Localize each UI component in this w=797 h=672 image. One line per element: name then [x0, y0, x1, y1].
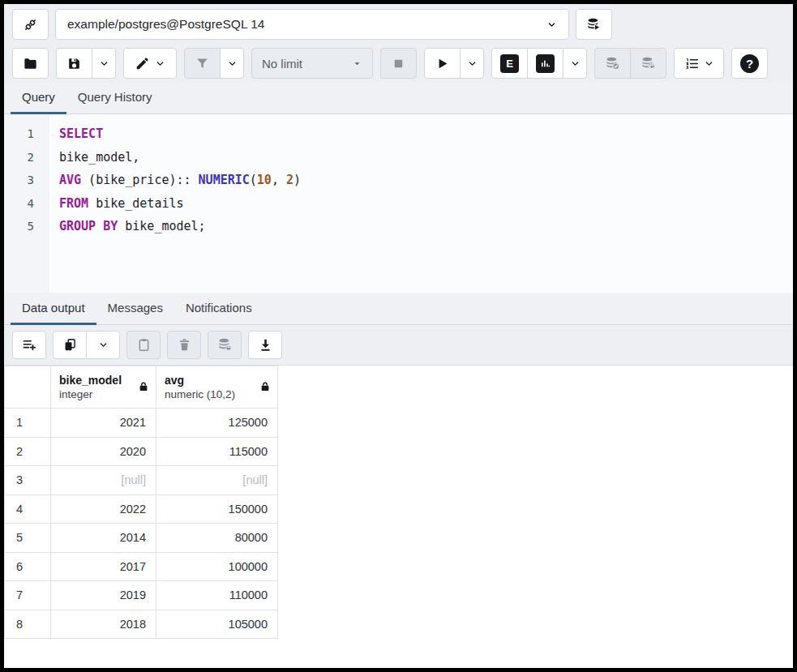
row-number-cell[interactable]: 6	[5, 552, 51, 581]
bike-model-cell[interactable]: [null]	[51, 466, 156, 495]
explain-analyze-button[interactable]	[527, 48, 563, 79]
edit-pencil-icon	[135, 56, 150, 71]
sql-token: )	[294, 173, 301, 187]
execute-options-button[interactable]	[460, 48, 484, 79]
column-type: integer	[59, 387, 122, 402]
line-number: 1	[4, 122, 49, 146]
open-file-button[interactable]	[12, 48, 49, 79]
corner-header-cell[interactable]	[5, 366, 51, 409]
avg-cell[interactable]: 125000	[156, 409, 278, 438]
tab-data-output[interactable]: Data output	[11, 293, 96, 325]
avg-cell[interactable]: 110000	[156, 581, 278, 610]
delete-row-button[interactable]	[167, 331, 201, 359]
bike-model-cell[interactable]: 2020	[51, 437, 156, 466]
help-button[interactable]: ?	[731, 48, 768, 79]
sql-token: GROUP BY	[59, 219, 118, 233]
copy-icon	[62, 337, 78, 353]
results-table: bike_model integer avg	[4, 366, 278, 639]
table-row: 1 2021 125000	[5, 409, 278, 438]
tab-query[interactable]: Query	[11, 82, 66, 114]
save-options-button[interactable]	[92, 48, 116, 79]
code-line: SELECT	[59, 122, 793, 146]
commit-button[interactable]	[594, 48, 631, 79]
data-output-toolbar	[4, 325, 793, 366]
filter-button[interactable]	[184, 48, 221, 79]
row-number-cell[interactable]: 5	[5, 524, 51, 553]
numbered-list-icon	[684, 56, 700, 71]
macros-button[interactable]	[674, 48, 724, 79]
tab-data-output-label: Data output	[22, 301, 85, 315]
avg-cell[interactable]: 115000	[156, 437, 278, 466]
avg-cell[interactable]: 105000	[156, 610, 278, 639]
bike-model-cell[interactable]: 2021	[51, 409, 156, 438]
column-header-avg[interactable]: avg numeric (10,2)	[156, 366, 278, 409]
avg-cell[interactable]: 80000	[156, 524, 278, 553]
pgadmin-query-tool-window: example/postgres@PostgreSQL 14	[0, 0, 797, 672]
filter-funnel-icon	[195, 56, 210, 71]
rollback-button[interactable]	[630, 48, 666, 79]
column-name: bike_model	[59, 373, 122, 387]
tab-query-history[interactable]: Query History	[66, 82, 164, 114]
play-icon	[435, 56, 450, 71]
sql-token: bike_model;	[118, 219, 205, 233]
tab-messages[interactable]: Messages	[96, 293, 174, 325]
tab-notifications-label: Notifications	[186, 301, 252, 315]
caret-down-icon	[352, 58, 362, 69]
bike-model-cell[interactable]: 2022	[51, 494, 156, 524]
bike-model-cell[interactable]: 2014	[51, 524, 156, 553]
database-save-icon	[217, 337, 233, 353]
avg-cell[interactable]: 150000	[156, 494, 278, 524]
folder-icon	[23, 56, 38, 71]
line-number: 2	[4, 146, 49, 169]
explain-options-button[interactable]	[563, 48, 587, 79]
row-number-cell[interactable]: 2	[5, 437, 51, 466]
connection-name: example/postgres@PostgreSQL 14	[67, 17, 264, 32]
sql-token: SELECT	[59, 126, 103, 141]
copy-button[interactable]	[53, 331, 87, 359]
save-file-button[interactable]	[56, 48, 92, 79]
row-limit-select[interactable]: No limit	[251, 48, 373, 79]
row-number-cell[interactable]: 4	[5, 494, 51, 524]
sql-token: 10	[257, 173, 272, 187]
chevron-down-icon	[155, 58, 165, 69]
add-row-button[interactable]	[12, 331, 46, 359]
save-data-changes-button[interactable]	[208, 331, 242, 359]
tab-notifications[interactable]: Notifications	[174, 293, 264, 325]
line-number: 4	[4, 192, 49, 216]
bike-model-cell[interactable]: 2018	[51, 610, 156, 639]
row-number-cell[interactable]: 7	[5, 581, 51, 610]
column-header-bike-model[interactable]: bike_model integer	[51, 366, 156, 409]
connection-status-button[interactable]	[12, 9, 49, 40]
tab-messages-label: Messages	[108, 301, 163, 315]
download-results-button[interactable]	[248, 331, 282, 359]
avg-cell[interactable]: [null]	[156, 466, 278, 495]
lock-icon	[259, 381, 271, 392]
table-row: 7 2019 110000	[5, 581, 278, 610]
tab-query-label: Query	[22, 90, 55, 104]
code-line: AVG (bike_price):: NUMERIC(10, 2)	[59, 169, 793, 192]
bike-model-cell[interactable]: 2019	[51, 581, 156, 610]
new-connection-button[interactable]	[576, 9, 612, 40]
sql-code[interactable]: SELECT bike_model, AVG (bike_price):: NU…	[49, 114, 793, 293]
chevron-down-icon	[467, 58, 478, 69]
database-commit-icon	[605, 56, 620, 71]
chevron-down-icon	[227, 58, 238, 69]
execute-query-button[interactable]	[424, 48, 461, 79]
copy-options-button[interactable]	[86, 331, 120, 359]
sql-editor[interactable]: 1 2 3 4 5 SELECT bike_model, AVG (bike_p…	[4, 114, 793, 293]
connection-selector[interactable]: example/postgres@PostgreSQL 14	[55, 9, 569, 40]
filter-options-button[interactable]	[220, 48, 244, 79]
paste-button[interactable]	[126, 331, 161, 359]
row-number-cell[interactable]: 8	[5, 610, 51, 639]
bike-model-cell[interactable]: 2017	[51, 552, 156, 581]
lock-icon	[138, 381, 149, 392]
cancel-query-button[interactable]	[380, 48, 417, 79]
row-number-cell[interactable]: 3	[5, 466, 51, 495]
sql-token: 2	[286, 173, 294, 187]
avg-cell[interactable]: 100000	[156, 552, 278, 581]
row-number-cell[interactable]: 1	[5, 409, 51, 438]
tab-query-history-label: Query History	[78, 90, 152, 104]
explain-button[interactable]: E	[491, 48, 528, 79]
edit-menu-button[interactable]	[123, 48, 177, 79]
header-row: bike_model integer avg	[5, 366, 278, 409]
